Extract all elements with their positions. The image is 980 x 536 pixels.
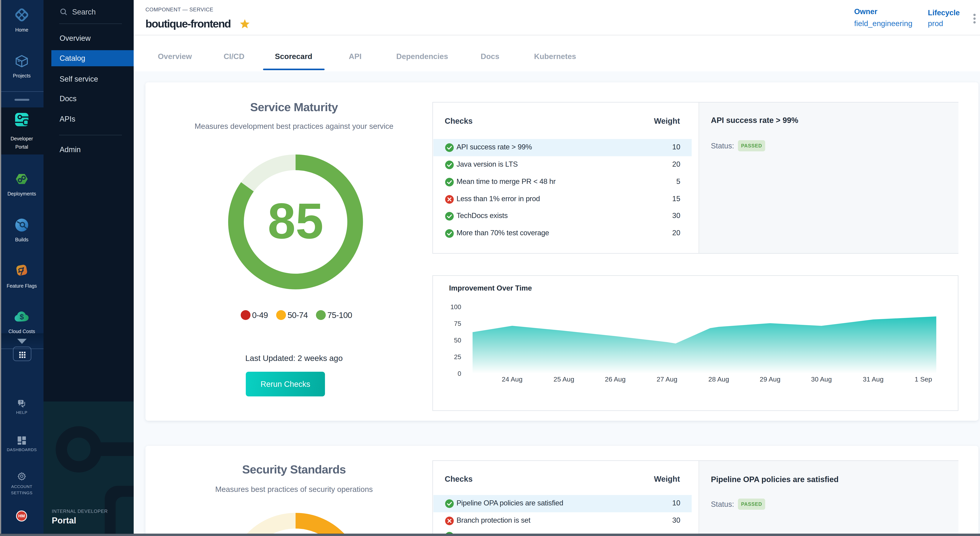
svg-text:85: 85 — [268, 193, 324, 249]
svg-text:$: $ — [20, 313, 24, 321]
svg-text:?: ? — [20, 400, 22, 404]
